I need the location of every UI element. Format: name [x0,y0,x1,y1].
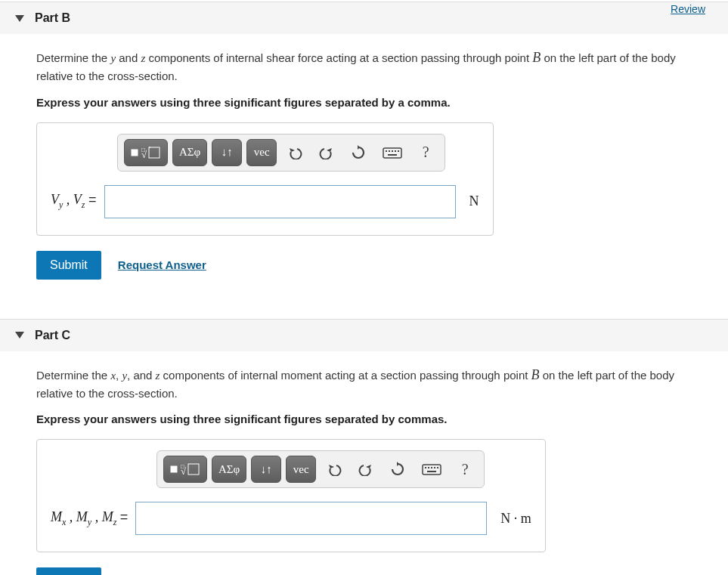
undo-button[interactable] [321,456,348,483]
sub-super-button[interactable]: ↓↑ [212,139,242,166]
part-c-body: Determine the x, y, and z components of … [0,351,728,576]
svg-rect-5 [383,148,401,158]
svg-rect-12 [171,466,177,472]
template-palette-button[interactable]: □ √ [163,456,207,483]
part-b-answer-box: □ √ ΑΣφ ↓↑ vec ? Vy [36,122,494,236]
part-b-unit: N [469,193,479,209]
part-b-instruction: Express your answers using three signifi… [36,96,692,109]
svg-rect-21 [437,467,438,468]
svg-rect-11 [388,154,397,156]
svg-rect-8 [392,150,393,152]
redo-button[interactable] [313,139,340,166]
part-c-answer-box: □ √ ΑΣφ ↓↑ vec ? Mx , My , Mz [36,439,546,552]
part-c-instruction: Express your answers using three signifi… [36,413,692,425]
part-b-request-answer-link[interactable]: Request Answer [118,258,206,271]
part-c-prompt: Determine the x, y, and z components of … [36,365,692,403]
svg-rect-10 [398,150,399,152]
svg-text:√: √ [181,465,187,477]
svg-rect-9 [395,150,396,152]
equation-toolbar: □ √ ΑΣφ ↓↑ vec ? [117,134,445,172]
part-b-lhs: Vy , Vz = [51,192,97,211]
svg-rect-22 [427,471,436,472]
part-c-header[interactable]: Part C [0,319,728,351]
part-b-answer-input[interactable] [104,185,456,218]
part-b-submit-button[interactable]: Submit [36,251,101,280]
part-c-lhs: Mx , My , Mz = [51,509,128,528]
svg-rect-16 [423,465,441,475]
svg-rect-6 [386,150,387,152]
keyboard-button[interactable] [376,139,408,166]
sub-super-button[interactable]: ↓↑ [251,456,281,483]
part-c-unit: N · m [500,511,531,527]
review-link[interactable]: Review [671,3,705,15]
undo-button[interactable] [281,139,308,166]
help-button[interactable]: ? [413,139,438,166]
vec-button[interactable]: vec [246,139,277,166]
part-c-answer-input[interactable] [135,502,487,535]
svg-rect-15 [188,464,199,475]
help-button[interactable]: ? [452,456,478,483]
caret-down-icon [15,15,24,22]
vec-button[interactable]: vec [286,456,316,483]
svg-rect-17 [425,467,426,468]
part-b-header[interactable]: Part B [0,2,728,34]
part-b-title: Part B [35,11,70,25]
caret-down-icon [15,332,24,339]
svg-rect-19 [431,467,432,468]
part-b-prompt: Determine the y and z components of inte… [36,48,692,85]
reset-button[interactable] [384,456,411,483]
part-c-submit-button[interactable]: Submit [36,567,101,575]
svg-rect-7 [389,150,390,152]
svg-text:√: √ [141,149,147,160]
reset-button[interactable] [345,139,372,166]
svg-rect-20 [434,467,435,468]
part-c-title: Part C [35,329,70,342]
svg-rect-3 [149,147,160,158]
greek-symbols-button[interactable]: ΑΣφ [172,139,207,166]
template-palette-button[interactable]: □ √ [124,139,168,166]
greek-symbols-button[interactable]: ΑΣφ [212,456,246,483]
equation-toolbar: □ √ ΑΣφ ↓↑ vec ? [156,450,485,488]
redo-button[interactable] [352,456,379,483]
part-b-body: Determine the y and z components of inte… [0,34,728,299]
svg-rect-0 [132,150,138,156]
svg-rect-18 [428,467,429,468]
keyboard-button[interactable] [416,456,448,483]
